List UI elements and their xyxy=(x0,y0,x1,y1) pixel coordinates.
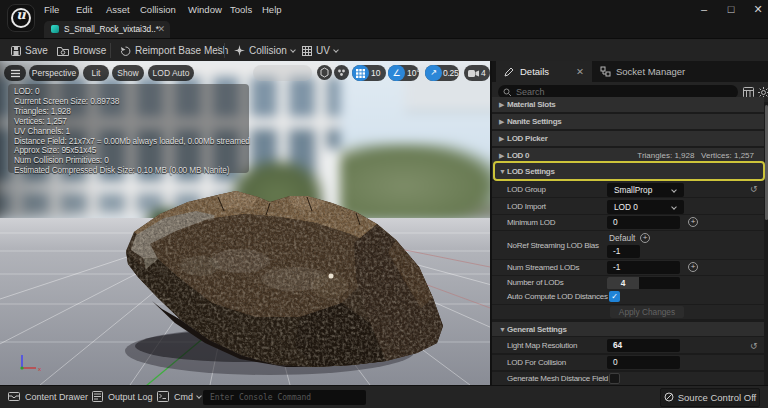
save-icon xyxy=(11,46,21,56)
lod-group-dropdown[interactable]: SmallProp xyxy=(607,183,684,197)
menu-tools[interactable]: Tools xyxy=(230,0,252,20)
title-bar: File Edit Asset Collision Window Tools H… xyxy=(0,0,768,20)
camera-speed-control[interactable]: 4 xyxy=(464,65,490,81)
gen-mdf-checkbox[interactable] xyxy=(609,373,620,384)
viewport-options-button[interactable] xyxy=(4,65,26,81)
viewport-stats: LOD: 0 Current Screen Size: 0.89738 Tria… xyxy=(14,87,484,176)
minimize-button[interactable]: – xyxy=(692,0,716,20)
minimum-lod-add-icon[interactable]: + xyxy=(688,217,698,227)
static-mesh-icon xyxy=(51,25,59,33)
viewport[interactable]: x xyxy=(0,61,490,385)
num-streamed-lods-input[interactable]: -1 xyxy=(607,261,680,274)
light-map-revert-icon[interactable]: ↺ xyxy=(750,341,758,351)
menu-help[interactable]: Help xyxy=(262,0,282,20)
grid-snap-control[interactable]: 10 xyxy=(352,65,386,81)
uv-icon xyxy=(302,46,312,56)
asset-tab-bar: S_Small_Rock_vixtai3d..* ✕ xyxy=(0,20,768,38)
lod-group-revert-icon[interactable]: ↺ xyxy=(750,184,758,194)
unreal-logo-icon[interactable]: u xyxy=(7,4,35,32)
noref-default-add-icon[interactable]: + xyxy=(640,233,650,243)
tab-details[interactable]: Details ✕ xyxy=(496,61,592,82)
row-noref-streaming: NoRef Streaming LOD Bias Default + -1 xyxy=(492,231,764,259)
close-button[interactable]: ✕ xyxy=(746,0,768,20)
menu-window[interactable]: Window xyxy=(188,0,222,20)
content-drawer-button[interactable]: Content Drawer xyxy=(8,386,88,408)
output-log-button[interactable]: Output Log xyxy=(92,386,153,408)
output-log-icon xyxy=(92,391,103,402)
details-tab-close-icon[interactable]: ✕ xyxy=(576,61,584,82)
scale-snap-control[interactable]: ↗0.25 xyxy=(425,65,459,81)
row-lod-for-collision: LOD For Collision 0 xyxy=(492,355,764,370)
row-number-of-lods: Number of LODs 4 xyxy=(492,276,764,290)
collision-menu-button[interactable]: Collision xyxy=(234,39,295,62)
maximize-button[interactable]: □ xyxy=(719,0,743,20)
row-num-streamed-lods: Num Streamed LODs -1 + xyxy=(492,260,764,275)
num-streamed-add-icon[interactable]: + xyxy=(688,262,698,272)
number-of-lods-spinner[interactable]: 4 xyxy=(607,277,680,290)
uv-menu-button[interactable]: UV xyxy=(302,39,338,62)
row-light-map-resolution: Light Map Resolution 64 ↺ xyxy=(492,337,764,353)
grid-snap-icon xyxy=(352,65,369,81)
source-control-icon xyxy=(664,392,674,402)
browse-icon xyxy=(57,46,69,56)
hamburger-icon xyxy=(11,69,20,78)
tab-close-icon[interactable]: ✕ xyxy=(157,21,165,38)
row-apply-changes: Apply Changes xyxy=(492,305,764,319)
menu-file[interactable]: File xyxy=(44,0,59,20)
cmd-icon xyxy=(157,391,169,402)
scale-snap-icon: ↗ xyxy=(425,65,442,81)
source-control-button[interactable]: Source Control Off xyxy=(660,388,760,407)
lod-import-dropdown[interactable]: LOD 0 xyxy=(607,200,684,214)
section-general-settings[interactable]: ▼General Settings xyxy=(492,322,764,336)
search-icon xyxy=(503,88,512,97)
perspective-button[interactable]: Perspective xyxy=(29,65,79,81)
section-lod-picker[interactable]: ▶LOD Picker xyxy=(492,131,764,146)
collision-icon xyxy=(234,45,245,56)
row-minimum-lod: Minimum LOD 0 + xyxy=(492,215,764,230)
console-input[interactable]: Enter Console Command xyxy=(203,390,366,405)
light-map-resolution-input[interactable]: 64 xyxy=(607,339,680,352)
surface-snapping-icon[interactable] xyxy=(334,65,349,80)
reimport-options-kebab-icon[interactable]: ⋮ xyxy=(214,39,223,62)
auto-compute-checkbox[interactable]: ✓ xyxy=(609,291,620,302)
reimport-base-mesh-button[interactable]: Reimport Base Mesh xyxy=(120,39,228,62)
status-bar: Content Drawer Output Log Cmd Enter Cons… xyxy=(0,385,768,408)
details-icon xyxy=(504,67,514,77)
section-nanite-settings[interactable]: ▶Nanite Settings xyxy=(492,114,764,129)
show-menu-button[interactable]: Show xyxy=(112,65,144,81)
cmd-button[interactable]: Cmd xyxy=(157,386,201,408)
main-toolbar: Save Browse Reimport Base Mesh ⋮ Collisi… xyxy=(0,38,768,61)
save-button[interactable]: Save xyxy=(11,39,48,62)
camera-icon xyxy=(468,69,479,78)
row-lod-group: LOD Group SmallProp ↺ xyxy=(492,181,764,197)
world-space-toggle-icon[interactable] xyxy=(317,65,332,80)
content-drawer-icon xyxy=(8,391,20,402)
section-material-slots[interactable]: ▶Material Slots xyxy=(492,97,764,112)
details-panel: Details ✕ Socket Manager Search ▶Materia… xyxy=(490,61,768,385)
asset-tab[interactable]: S_Small_Rock_vixtai3d..* ✕ xyxy=(44,21,170,38)
socket-manager-icon xyxy=(600,66,611,77)
row-lod-import: LOD Import LOD 0 xyxy=(492,198,764,214)
lod0-meta: Triangles: 1,928 Vertices: 1,257 xyxy=(637,151,754,160)
menu-edit[interactable]: Edit xyxy=(76,0,92,20)
minimum-lod-input[interactable]: 0 xyxy=(607,216,680,229)
tab-socket-manager[interactable]: Socket Manager xyxy=(594,61,714,82)
faded-toolbar-pill xyxy=(253,65,312,81)
rotation-snap-control[interactable]: ∠10° xyxy=(388,65,419,81)
reimport-icon xyxy=(120,46,131,56)
row-auto-compute: Auto Compute LOD Distances ✓ xyxy=(492,289,764,304)
apply-changes-button[interactable]: Apply Changes xyxy=(610,306,684,318)
row-generate-mesh-distance-field: Generate Mesh Distance Field xyxy=(492,372,764,385)
menu-collision[interactable]: Collision xyxy=(140,0,176,20)
menu-asset[interactable]: Asset xyxy=(106,0,130,20)
lod-auto-button[interactable]: LOD Auto xyxy=(148,65,194,81)
browse-button[interactable]: Browse xyxy=(57,39,106,62)
noref-bias-input[interactable]: -1 xyxy=(607,245,640,258)
lit-mode-button[interactable]: Lit xyxy=(83,65,109,81)
rotation-snap-icon: ∠ xyxy=(388,65,405,81)
lod-settings-highlight xyxy=(493,161,765,181)
lod-for-collision-input[interactable]: 0 xyxy=(607,356,680,369)
